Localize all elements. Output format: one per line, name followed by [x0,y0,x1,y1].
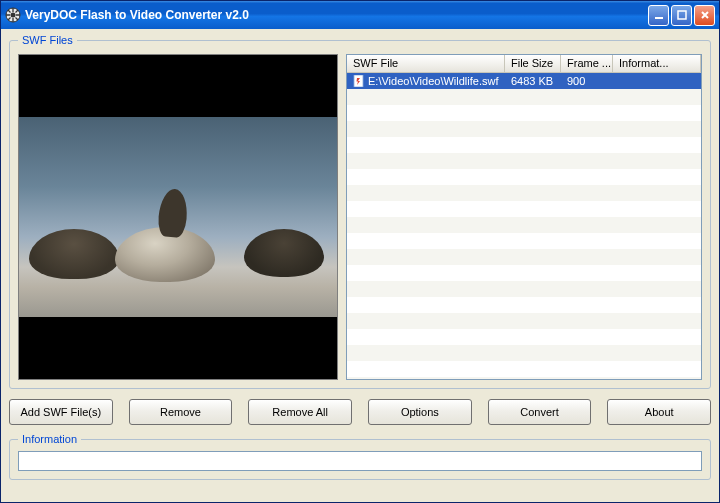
add-swf-button[interactable]: Add SWF File(s) [9,399,113,425]
window-controls [648,5,715,26]
file-list-body[interactable]: E:\Video\Video\Wildlife.swf 6483 KB 900 [347,73,701,379]
svg-rect-2 [655,17,663,19]
cell-size: 6483 KB [505,75,561,87]
about-button[interactable]: About [607,399,711,425]
column-header-frame[interactable]: Frame ... [561,55,613,72]
information-legend: Information [18,433,81,445]
svg-rect-3 [678,11,686,19]
file-list-header: SWF File File Size Frame ... Informat... [347,55,701,73]
preview-pane[interactable] [18,54,338,380]
column-header-info[interactable]: Informat... [613,55,701,72]
information-field[interactable] [18,451,702,471]
column-header-file[interactable]: SWF File [347,55,505,72]
client-area: SWF Files SWF File File Size Frame ... [1,29,719,502]
swf-files-legend: SWF Files [18,34,77,46]
main-window: VeryDOC Flash to Video Converter v2.0 SW… [0,0,720,503]
close-button[interactable] [694,5,715,26]
information-group: Information [9,433,711,480]
titlebar[interactable]: VeryDOC Flash to Video Converter v2.0 [1,1,719,29]
column-header-size[interactable]: File Size [505,55,561,72]
app-icon [5,7,21,23]
table-row[interactable]: E:\Video\Video\Wildlife.swf 6483 KB 900 [347,73,701,89]
cell-frame: 900 [561,75,613,87]
swf-files-group: SWF Files SWF File File Size Frame ... [9,34,711,389]
button-row: Add SWF File(s) Remove Remove All Option… [9,395,711,433]
remove-button[interactable]: Remove [129,399,233,425]
file-list[interactable]: SWF File File Size Frame ... Informat...… [346,54,702,380]
options-button[interactable]: Options [368,399,472,425]
cell-file: E:\Video\Video\Wildlife.swf [347,75,505,87]
preview-image [19,117,337,317]
flash-file-icon [353,75,365,87]
cell-file-text: E:\Video\Video\Wildlife.swf [368,75,498,87]
svg-point-1 [11,13,16,18]
convert-button[interactable]: Convert [488,399,592,425]
maximize-button[interactable] [671,5,692,26]
remove-all-button[interactable]: Remove All [248,399,352,425]
window-title: VeryDOC Flash to Video Converter v2.0 [25,8,648,22]
minimize-button[interactable] [648,5,669,26]
